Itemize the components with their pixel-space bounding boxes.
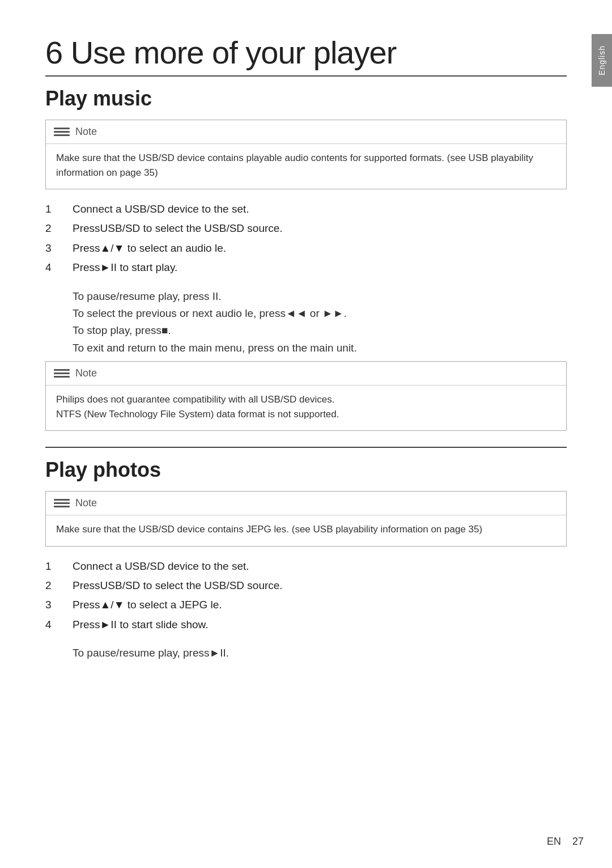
note1-content: Make sure that the USB/SD device contain… (46, 143, 566, 189)
note2-content: Philips does not guarantee compatibility… (46, 385, 566, 430)
play-photos-sub-steps: To pause/resume play, press►II. (45, 645, 567, 662)
note1-icon (54, 128, 70, 136)
photos-note1-icon (54, 499, 70, 507)
play-music-steps: 1 Connect a USB/SD device to the set. 2 … (45, 201, 567, 277)
step-num: 1 (45, 201, 73, 218)
step-num: 2 (45, 220, 73, 237)
mid-divider (45, 447, 567, 448)
step-num: 1 (45, 558, 73, 575)
step-num: 3 (45, 240, 73, 257)
step-text: PressUSB/SD to select the USB/SD source. (73, 220, 567, 237)
step-num: 4 (45, 259, 73, 276)
play-photos-note1: Note Make sure that the USB/SD device co… (45, 491, 567, 547)
note2-icon (54, 369, 70, 378)
play-music-title: Play music (45, 87, 567, 111)
note2-header: Note (46, 362, 566, 385)
photos-note1-header: Note (46, 492, 566, 515)
sub-step-2: To select the previous or next audio le,… (73, 305, 567, 322)
step-num: 3 (45, 596, 73, 613)
note1-label: Note (75, 126, 97, 138)
side-tab-label: English (597, 45, 606, 75)
chapter-title: 6 Use more of your player (45, 34, 567, 71)
photo-step-4: 4 Press►II to start slide show. (45, 616, 567, 633)
play-photos-steps: 1 Connect a USB/SD device to the set. 2 … (45, 558, 567, 634)
sub-step-3: To stop play, press■. (73, 322, 567, 339)
step-text: Connect a USB/SD device to the set. (73, 201, 567, 218)
page-footer: EN 27 (45, 836, 584, 848)
play-music-note1: Note Make sure that the USB/SD device co… (45, 120, 567, 189)
step-num: 2 (45, 577, 73, 594)
step-text: Press►II to start play. (73, 259, 567, 276)
note2-text: Philips does not guarantee compatibility… (56, 394, 339, 420)
sub-step-4: To exit and return to the main menu, pre… (73, 340, 567, 357)
step-text: Press▲/▼ to select a JEPG le. (73, 596, 567, 613)
photo-sub-step-1: To pause/resume play, press►II. (73, 645, 567, 662)
step-text: Press▲/▼ to select an audio le. (73, 240, 567, 257)
photo-step-1: 1 Connect a USB/SD device to the set. (45, 558, 567, 575)
sub-step-1: To pause/resume play, press II. (73, 288, 567, 305)
play-music-step-1: 1 Connect a USB/SD device to the set. (45, 201, 567, 218)
step-text: PressUSB/SD to select the USB/SD source. (73, 577, 567, 594)
play-music-step-4: 4 Press►II to start play. (45, 259, 567, 276)
photo-step-3: 3 Press▲/▼ to select a JEPG le. (45, 596, 567, 613)
photos-note1-label: Note (75, 497, 97, 509)
play-music-step-3: 3 Press▲/▼ to select an audio le. (45, 240, 567, 257)
play-music-step-2: 2 PressUSB/SD to select the USB/SD sourc… (45, 220, 567, 237)
photo-step-2: 2 PressUSB/SD to select the USB/SD sourc… (45, 577, 567, 594)
note1-header: Note (46, 120, 566, 143)
step-text: Connect a USB/SD device to the set. (73, 558, 567, 575)
note2-label: Note (75, 367, 97, 379)
footer-lang: EN (547, 836, 561, 847)
chapter-divider (45, 75, 567, 77)
side-tab: English (592, 34, 612, 87)
photos-note1-content: Make sure that the USB/SD device contain… (46, 515, 566, 546)
play-music-sub-steps: To pause/resume play, press II. To selec… (45, 288, 567, 357)
step-text: Press►II to start slide show. (73, 616, 567, 633)
play-music-note2: Note Philips does not guarantee compatib… (45, 361, 567, 431)
step-num: 4 (45, 616, 73, 633)
page-container: English 6 Use more of your player Play m… (0, 0, 612, 868)
play-photos-title: Play photos (45, 458, 567, 482)
page-number: EN 27 (547, 836, 584, 848)
footer-page: 27 (572, 836, 584, 847)
